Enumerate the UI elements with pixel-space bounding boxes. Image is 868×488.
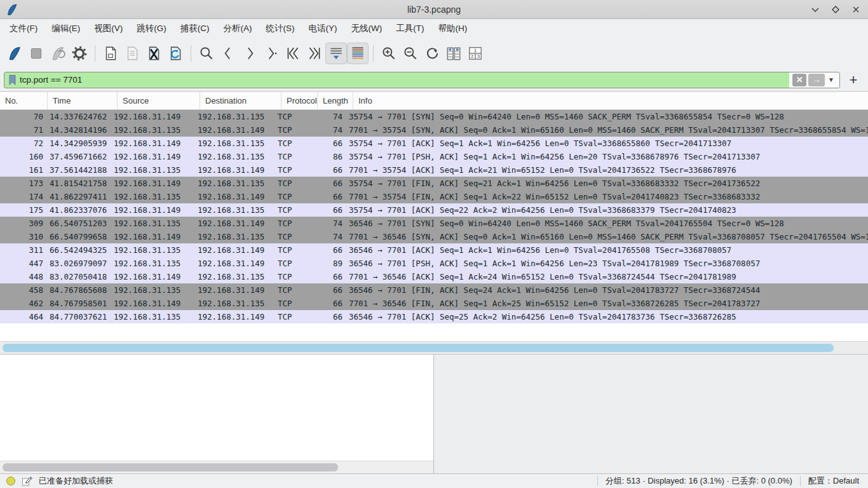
filter-clear-icon[interactable]: ✕ [792,74,806,86]
menu-tools[interactable]: 工具(T) [389,20,431,37]
packet-protocol: TCP [275,245,311,255]
numbered-columns-icon[interactable]: 123 [465,43,486,64]
packet-time: 84.767865608 [43,285,111,295]
col-info[interactable]: Info [353,92,868,109]
details-hscrollbar-thumb[interactable] [3,463,338,471]
packet-time: 41.862297411 [43,192,111,201]
display-filter-field[interactable]: ✕ → ▼ [4,72,840,88]
filter-add-button[interactable]: + [844,72,863,88]
menu-file[interactable]: 文件(F) [3,20,44,37]
stop-capture-icon[interactable] [25,43,47,64]
packet-row[interactable]: 448 83.027050418 192.168.31.149 192.168.… [0,270,868,283]
profile-selector[interactable]: 配置：Default [800,476,868,486]
menu-statistics[interactable]: 统计(S) [259,20,302,37]
packet-row[interactable]: 447 83.026979097 192.168.31.135 192.168.… [0,257,868,270]
packet-row[interactable]: 70 14.337624762 192.168.31.149 192.168.3… [0,110,868,123]
menu-help[interactable]: 帮助(H) [431,20,474,37]
packet-row[interactable]: 464 84.770037621 192.168.31.135 192.168.… [0,310,868,323]
resize-columns-icon[interactable] [443,43,465,64]
packet-destination: 192.168.31.135 [193,299,275,308]
packet-info: 35754 → 7701 [PSH, ACK] Seq=1 Ack=1 Win=… [342,152,868,161]
status-bar: 已准备好加载或捕获 分组: 513 · Displayed: 16 (3.1%)… [0,473,868,488]
filter-bookmark-icon[interactable] [4,74,20,86]
packet-time: 14.342905939 [43,139,111,148]
packet-time: 83.026979097 [43,259,111,268]
zoom-out-icon[interactable] [400,43,421,64]
col-no[interactable]: No. [0,92,48,109]
col-length[interactable]: Length [318,92,353,109]
restart-capture-icon[interactable] [47,43,69,64]
capture-options-gear-icon[interactable] [69,43,90,64]
reload-file-icon[interactable] [165,43,186,64]
packet-row[interactable]: 311 66.542494325 192.168.31.135 192.168.… [0,243,868,257]
go-forward-icon[interactable] [239,43,261,64]
packet-row[interactable]: 309 66.540751203 192.168.31.135 192.168.… [0,217,868,230]
packet-row[interactable]: 462 84.767958501 192.168.31.149 192.168.… [0,297,868,310]
go-first-icon[interactable] [282,43,304,64]
packet-row[interactable]: 310 66.540799658 192.168.31.149 192.168.… [0,230,868,243]
packet-info: 7701 → 36546 [FIN, ACK] Seq=1 Ack=25 Win… [342,299,868,308]
col-time[interactable]: Time [48,92,118,109]
packet-list-hscrollbar-thumb[interactable] [3,344,834,352]
packet-no: 458 [0,285,43,295]
packet-row[interactable]: 175 41.862337076 192.168.31.149 192.168.… [0,203,868,217]
packet-info: 35754 → 7701 [SYN] Seq=0 Win=64240 Len=0… [342,112,868,121]
display-filter-input[interactable] [20,75,789,85]
svg-text:2: 2 [471,54,473,58]
toolbar-separator [373,45,374,62]
zoom-reset-icon[interactable] [421,43,443,64]
packet-list: 70 14.337624762 192.168.31.149 192.168.3… [0,110,868,341]
packet-row[interactable]: 160 37.459671662 192.168.31.149 192.168.… [0,150,868,163]
menu-go[interactable]: 跳转(G) [130,20,173,37]
svg-text:3: 3 [477,54,480,58]
expert-info-icon[interactable] [6,477,15,485]
go-to-packet-icon[interactable] [261,43,282,64]
packet-time: 66.540799658 [43,232,111,241]
packet-destination: 192.168.31.135 [193,179,275,188]
minimize-button[interactable] [810,4,821,15]
packet-row[interactable]: 173 41.815421758 192.168.31.149 192.168.… [0,177,868,190]
packet-info: 35754 → 7701 [ACK] Seq=1 Ack=1 Win=64256… [342,139,868,148]
open-file-icon[interactable] [100,43,121,64]
save-file-icon[interactable] [121,43,143,64]
menu-capture[interactable]: 捕获(C) [173,20,217,37]
packet-protocol: TCP [275,152,311,161]
col-protocol[interactable]: Protocol [281,92,318,109]
filter-apply-icon[interactable]: → [808,74,825,86]
menu-analyze[interactable]: 分析(A) [217,20,259,37]
packet-no: 174 [0,192,43,201]
packet-length: 66 [311,272,342,281]
start-capture-fin-icon[interactable] [4,43,25,64]
packet-row[interactable]: 161 37.561442188 192.168.31.135 192.168.… [0,163,868,177]
col-destination[interactable]: Destination [200,92,281,109]
filter-dropdown-icon[interactable]: ▼ [827,76,836,83]
col-source[interactable]: Source [118,92,200,109]
packet-info: 35754 → 7701 [ACK] Seq=22 Ack=2 Win=6425… [342,205,868,215]
close-file-icon[interactable] [143,43,165,64]
go-back-icon[interactable] [217,43,239,64]
menu-wireless[interactable]: 无线(W) [344,20,390,37]
packet-protocol: TCP [275,272,311,281]
packet-row[interactable]: 71 14.342814196 192.168.31.135 192.168.3… [0,123,868,137]
colorize-icon[interactable] [347,43,369,64]
packet-row[interactable]: 174 41.862297411 192.168.31.135 192.168.… [0,190,868,203]
close-button[interactable] [850,4,862,15]
maximize-button[interactable] [830,4,841,15]
packet-info: 7701 → 36546 [ACK] Seq=1 Ack=24 Win=6515… [342,272,868,281]
packet-info: 36546 → 7701 [ACK] Seq=1 Ack=1 Win=64256… [342,245,868,255]
packet-details-area [0,355,433,461]
packet-row[interactable]: 72 14.342905939 192.168.31.149 192.168.3… [0,137,868,150]
packet-info: 7701 → 36546 [SYN, ACK] Seq=0 Ack=1 Win=… [342,232,868,241]
auto-scroll-icon[interactable] [325,43,347,64]
zoom-in-icon[interactable] [378,43,400,64]
packet-no: 160 [0,152,43,161]
menu-view[interactable]: 视图(V) [87,20,130,37]
find-packet-icon[interactable] [196,43,217,64]
capture-comment-icon[interactable] [22,476,32,487]
packet-protocol: TCP [275,112,311,121]
go-last-icon[interactable] [304,43,325,64]
menu-telephony[interactable]: 电话(Y) [302,20,344,37]
packet-length: 66 [311,205,342,215]
packet-row[interactable]: 458 84.767865608 192.168.31.135 192.168.… [0,283,868,297]
menu-edit[interactable]: 编辑(E) [44,20,87,37]
